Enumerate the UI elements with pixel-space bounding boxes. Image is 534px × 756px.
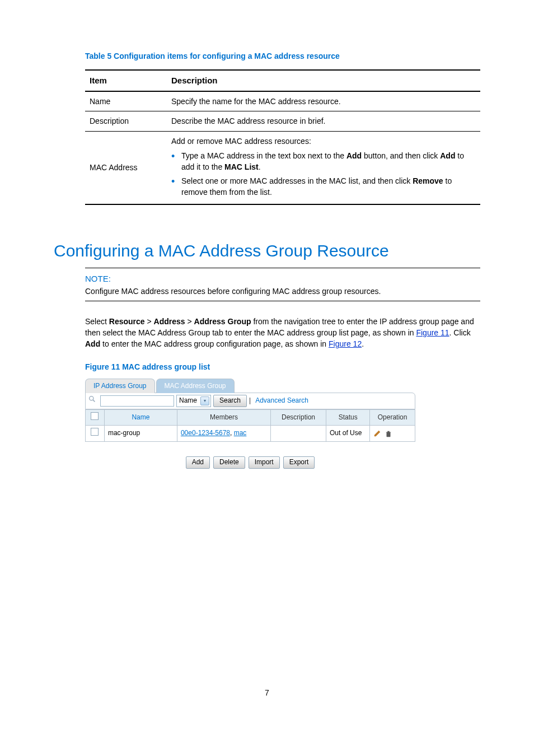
member-link[interactable]: 00e0-1234-5678 (181, 429, 230, 437)
link-figure-12[interactable]: Figure 12 (329, 339, 362, 348)
note-text: Configure MAC address resources before c… (85, 286, 480, 301)
tab-bar: IP Address Group MAC Address Group (85, 378, 415, 393)
bold: Address Group (194, 317, 251, 326)
figure-11: IP Address Group MAC Address Group Name … (85, 378, 415, 469)
text: , (230, 429, 234, 437)
search-button[interactable]: Search (213, 395, 247, 407)
cell-desc-name: Specify the name for the MAC address res… (167, 91, 480, 111)
text: Select (85, 317, 109, 326)
cell-item-name: Name (85, 91, 167, 111)
col-status: Status (326, 409, 370, 425)
delete-button[interactable]: Delete (213, 456, 245, 469)
bold: Remove (413, 176, 443, 185)
member-link[interactable]: mac (234, 429, 247, 437)
svg-point-0 (90, 396, 93, 400)
add-button[interactable]: Add (186, 456, 210, 469)
config-table: Item Description Name Specify the name f… (85, 69, 480, 205)
text: > (185, 317, 194, 326)
cell-item-desc: Description (85, 111, 167, 131)
bold: Add (346, 151, 362, 160)
bold: Add (440, 151, 455, 160)
tab-mac-address-group[interactable]: MAC Address Group (156, 379, 235, 393)
search-icon (88, 395, 96, 406)
section-heading: Configuring a MAC Address Group Resource (54, 239, 480, 263)
list-item: Type a MAC address in the text box next … (181, 150, 476, 173)
results-grid: Name Members Description Status Operatio… (85, 409, 415, 442)
bold: Address (154, 317, 185, 326)
text: Type a MAC address in the text box next … (181, 151, 346, 160)
table-caption: Table 5 Configuration items for configur… (85, 50, 480, 62)
text: . Click (449, 328, 471, 337)
text: to enter the MAC address group configura… (100, 339, 329, 348)
col-members: Members (177, 409, 270, 425)
bold: MAC List (224, 162, 259, 171)
note-label: NOTE: (85, 273, 480, 285)
col-name[interactable]: Name (104, 409, 177, 425)
svg-line-1 (93, 400, 95, 402)
trash-icon[interactable] (385, 430, 392, 437)
search-input[interactable] (100, 395, 174, 407)
select-value: Name (179, 396, 197, 405)
cell-desc-mac: Add or remove MAC address resources: Typ… (167, 131, 480, 204)
cell-item-mac: MAC Address (85, 131, 167, 204)
cell-name: mac-group (104, 426, 177, 441)
page-number: 7 (54, 687, 480, 698)
table-row: MAC Address Add or remove MAC address re… (85, 131, 480, 204)
search-field-select[interactable]: Name ▾ (176, 395, 211, 407)
link-figure-11[interactable]: Figure 11 (416, 328, 449, 337)
text: . (259, 162, 261, 171)
advanced-search-link[interactable]: Advanced Search (255, 396, 308, 405)
cell-members: 00e0-1234-5678, mac (177, 426, 270, 441)
row-checkbox[interactable] (91, 428, 99, 436)
import-button[interactable]: Import (249, 456, 280, 469)
list-item: Select one or more MAC addresses in the … (181, 175, 476, 198)
text: Select one or more MAC addresses in the … (181, 176, 413, 185)
cell-description (271, 426, 326, 441)
th-desc: Description (167, 70, 480, 91)
edit-icon[interactable] (373, 430, 381, 437)
select-all-checkbox[interactable] (91, 412, 99, 420)
col-description: Description (271, 409, 326, 425)
text: . (362, 339, 364, 348)
cell-desc-desc: Describe the MAC address resource in bri… (167, 111, 480, 131)
button-row: Add Delete Import Export (85, 456, 415, 469)
divider (85, 268, 480, 268)
table-row: mac-group 00e0-1234-5678, mac Out of Use (86, 426, 415, 441)
body-paragraph: Select Resource > Address > Address Grou… (85, 316, 480, 350)
bold: Add (85, 339, 100, 348)
tab-ip-address-group[interactable]: IP Address Group (85, 379, 155, 393)
table-row: Description Describe the MAC address res… (85, 111, 480, 131)
search-bar: Name ▾ Search | Advanced Search (85, 393, 415, 409)
table-row: Name Specify the name for the MAC addres… (85, 91, 480, 111)
cell-operation (370, 426, 415, 441)
export-button[interactable]: Export (283, 456, 315, 469)
figure-caption: Figure 11 MAC address group list (85, 361, 480, 372)
th-item: Item (85, 70, 167, 91)
bold: Resource (109, 317, 145, 326)
cell-status: Out of Use (326, 426, 370, 441)
text: > (145, 317, 154, 326)
text: button, and then click (362, 151, 440, 160)
chevron-down-icon: ▾ (200, 396, 209, 405)
mac-intro: Add or remove MAC address resources: (171, 137, 311, 146)
col-operation: Operation (370, 409, 415, 425)
